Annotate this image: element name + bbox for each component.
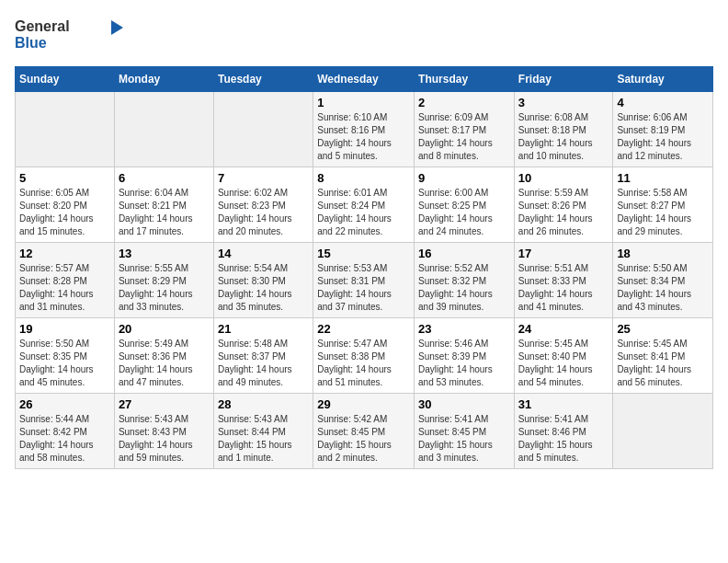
day-info: Sunrise: 6:10 AM Sunset: 8:16 PM Dayligh…: [317, 111, 410, 163]
weekday-header: Wednesday: [313, 67, 415, 92]
calendar-table: SundayMondayTuesdayWednesdayThursdayFrid…: [15, 66, 713, 469]
day-info: Sunrise: 6:09 AM Sunset: 8:17 PM Dayligh…: [418, 111, 510, 163]
day-number: 6: [119, 171, 210, 185]
day-number: 1: [317, 96, 410, 109]
day-info: Sunrise: 5:59 AM Sunset: 8:26 PM Dayligh…: [518, 187, 609, 238]
calendar-cell: 21Sunrise: 5:48 AM Sunset: 8:37 PM Dayli…: [213, 318, 313, 394]
day-info: Sunrise: 5:50 AM Sunset: 8:35 PM Dayligh…: [19, 338, 110, 389]
day-info: Sunrise: 5:53 AM Sunset: 8:31 PM Dayligh…: [317, 262, 410, 314]
day-info: Sunrise: 5:46 AM Sunset: 8:39 PM Dayligh…: [418, 338, 510, 389]
day-info: Sunrise: 6:08 AM Sunset: 8:18 PM Dayligh…: [518, 111, 609, 163]
calendar-cell: 19Sunrise: 5:50 AM Sunset: 8:35 PM Dayli…: [16, 318, 115, 394]
page-header: General Blue: [15, 15, 713, 55]
calendar-cell: 17Sunrise: 5:51 AM Sunset: 8:33 PM Dayli…: [514, 243, 613, 318]
calendar-week-row: 12Sunrise: 5:57 AM Sunset: 8:28 PM Dayli…: [16, 243, 713, 318]
calendar-cell: [213, 92, 313, 167]
calendar-cell: 6Sunrise: 6:04 AM Sunset: 8:21 PM Daylig…: [114, 167, 213, 243]
calendar-cell: 8Sunrise: 6:01 AM Sunset: 8:24 PM Daylig…: [313, 167, 415, 243]
day-number: 20: [119, 322, 210, 336]
weekday-header-row: SundayMondayTuesdayWednesdayThursdayFrid…: [16, 67, 713, 92]
day-info: Sunrise: 5:52 AM Sunset: 8:32 PM Dayligh…: [418, 262, 510, 314]
day-number: 5: [19, 171, 110, 185]
calendar-cell: 25Sunrise: 5:45 AM Sunset: 8:41 PM Dayli…: [613, 318, 713, 394]
day-number: 8: [317, 171, 410, 185]
calendar-cell: 18Sunrise: 5:50 AM Sunset: 8:34 PM Dayli…: [613, 243, 713, 318]
calendar-cell: 24Sunrise: 5:45 AM Sunset: 8:40 PM Dayli…: [514, 318, 613, 394]
svg-text:General: General: [15, 18, 70, 34]
calendar-week-row: 26Sunrise: 5:44 AM Sunset: 8:42 PM Dayli…: [16, 394, 713, 469]
calendar-week-row: 19Sunrise: 5:50 AM Sunset: 8:35 PM Dayli…: [16, 318, 713, 394]
day-info: Sunrise: 6:04 AM Sunset: 8:21 PM Dayligh…: [119, 187, 210, 238]
day-number: 2: [418, 96, 510, 109]
calendar-cell: [613, 394, 713, 469]
weekday-header: Friday: [514, 67, 613, 92]
weekday-header: Monday: [114, 67, 213, 92]
calendar-cell: [114, 92, 213, 167]
calendar-cell: 28Sunrise: 5:43 AM Sunset: 8:44 PM Dayli…: [213, 394, 313, 469]
day-info: Sunrise: 5:44 AM Sunset: 8:42 PM Dayligh…: [19, 413, 110, 465]
day-number: 4: [617, 96, 709, 109]
day-number: 25: [617, 322, 709, 336]
calendar-cell: 2Sunrise: 6:09 AM Sunset: 8:17 PM Daylig…: [415, 92, 515, 167]
day-info: Sunrise: 5:49 AM Sunset: 8:36 PM Dayligh…: [119, 338, 210, 389]
calendar-cell: 7Sunrise: 6:02 AM Sunset: 8:23 PM Daylig…: [213, 167, 313, 243]
day-info: Sunrise: 5:58 AM Sunset: 8:27 PM Dayligh…: [617, 187, 709, 238]
day-number: 17: [518, 247, 609, 260]
day-info: Sunrise: 5:54 AM Sunset: 8:30 PM Dayligh…: [218, 262, 309, 314]
calendar-cell: 10Sunrise: 5:59 AM Sunset: 8:26 PM Dayli…: [514, 167, 613, 243]
day-info: Sunrise: 5:55 AM Sunset: 8:29 PM Dayligh…: [119, 262, 210, 314]
day-number: 16: [418, 247, 510, 260]
day-number: 14: [218, 247, 309, 260]
calendar-cell: 27Sunrise: 5:43 AM Sunset: 8:43 PM Dayli…: [114, 394, 213, 469]
logo: General Blue: [15, 15, 125, 55]
calendar-cell: 12Sunrise: 5:57 AM Sunset: 8:28 PM Dayli…: [16, 243, 115, 318]
calendar-cell: 4Sunrise: 6:06 AM Sunset: 8:19 PM Daylig…: [613, 92, 713, 167]
calendar-week-row: 5Sunrise: 6:05 AM Sunset: 8:20 PM Daylig…: [16, 167, 713, 243]
calendar-cell: 22Sunrise: 5:47 AM Sunset: 8:38 PM Dayli…: [313, 318, 415, 394]
svg-marker-1: [111, 20, 123, 35]
calendar-cell: 13Sunrise: 5:55 AM Sunset: 8:29 PM Dayli…: [114, 243, 213, 318]
calendar-cell: 30Sunrise: 5:41 AM Sunset: 8:45 PM Dayli…: [415, 394, 515, 469]
calendar-cell: 23Sunrise: 5:46 AM Sunset: 8:39 PM Dayli…: [415, 318, 515, 394]
calendar-cell: 15Sunrise: 5:53 AM Sunset: 8:31 PM Dayli…: [313, 243, 415, 318]
calendar-cell: 29Sunrise: 5:42 AM Sunset: 8:45 PM Dayli…: [313, 394, 415, 469]
day-number: 30: [418, 397, 510, 411]
day-number: 27: [119, 397, 210, 411]
calendar-cell: 14Sunrise: 5:54 AM Sunset: 8:30 PM Dayli…: [213, 243, 313, 318]
calendar-cell: 16Sunrise: 5:52 AM Sunset: 8:32 PM Dayli…: [415, 243, 515, 318]
day-number: 12: [19, 247, 110, 260]
day-info: Sunrise: 5:43 AM Sunset: 8:44 PM Dayligh…: [218, 413, 309, 465]
calendar-cell: 9Sunrise: 6:00 AM Sunset: 8:25 PM Daylig…: [415, 167, 515, 243]
day-info: Sunrise: 5:50 AM Sunset: 8:34 PM Dayligh…: [617, 262, 709, 314]
day-number: 13: [119, 247, 210, 260]
day-info: Sunrise: 6:06 AM Sunset: 8:19 PM Dayligh…: [617, 111, 709, 163]
day-number: 7: [218, 171, 309, 185]
calendar-cell: 31Sunrise: 5:41 AM Sunset: 8:46 PM Dayli…: [514, 394, 613, 469]
weekday-header: Saturday: [613, 67, 713, 92]
day-info: Sunrise: 5:51 AM Sunset: 8:33 PM Dayligh…: [518, 262, 609, 314]
calendar-cell: [16, 92, 115, 167]
calendar-cell: 3Sunrise: 6:08 AM Sunset: 8:18 PM Daylig…: [514, 92, 613, 167]
day-info: Sunrise: 5:41 AM Sunset: 8:45 PM Dayligh…: [418, 413, 510, 465]
day-number: 19: [19, 322, 110, 336]
day-info: Sunrise: 5:41 AM Sunset: 8:46 PM Dayligh…: [518, 413, 609, 465]
day-number: 23: [418, 322, 510, 336]
day-info: Sunrise: 6:00 AM Sunset: 8:25 PM Dayligh…: [418, 187, 510, 238]
calendar-cell: 26Sunrise: 5:44 AM Sunset: 8:42 PM Dayli…: [16, 394, 115, 469]
logo-svg: General Blue: [15, 15, 125, 55]
calendar-cell: 20Sunrise: 5:49 AM Sunset: 8:36 PM Dayli…: [114, 318, 213, 394]
weekday-header: Thursday: [415, 67, 515, 92]
day-number: 18: [617, 247, 709, 260]
calendar-week-row: 1Sunrise: 6:10 AM Sunset: 8:16 PM Daylig…: [16, 92, 713, 167]
day-info: Sunrise: 5:48 AM Sunset: 8:37 PM Dayligh…: [218, 338, 309, 389]
day-info: Sunrise: 5:45 AM Sunset: 8:41 PM Dayligh…: [617, 338, 709, 389]
day-number: 31: [518, 397, 609, 411]
weekday-header: Tuesday: [213, 67, 313, 92]
day-info: Sunrise: 5:57 AM Sunset: 8:28 PM Dayligh…: [19, 262, 110, 314]
day-number: 15: [317, 247, 410, 260]
calendar-cell: 11Sunrise: 5:58 AM Sunset: 8:27 PM Dayli…: [613, 167, 713, 243]
svg-text:Blue: Blue: [15, 35, 47, 51]
day-info: Sunrise: 6:05 AM Sunset: 8:20 PM Dayligh…: [19, 187, 110, 238]
day-number: 28: [218, 397, 309, 411]
day-info: Sunrise: 5:42 AM Sunset: 8:45 PM Dayligh…: [317, 413, 410, 465]
